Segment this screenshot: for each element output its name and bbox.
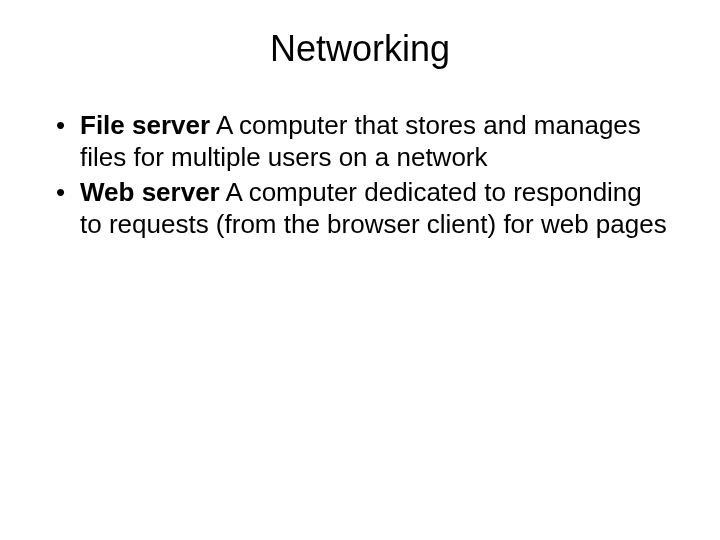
bullet-list: File server A computer that stores and m… — [50, 110, 670, 241]
list-item: Web server A computer dedicated to respo… — [50, 177, 670, 240]
list-item: File server A computer that stores and m… — [50, 110, 670, 173]
slide-title: Networking — [0, 0, 720, 80]
slide-body: File server A computer that stores and m… — [0, 80, 720, 241]
slide: Networking File server A computer that s… — [0, 0, 720, 540]
term: Web server — [80, 177, 220, 207]
term: File server — [80, 110, 210, 140]
